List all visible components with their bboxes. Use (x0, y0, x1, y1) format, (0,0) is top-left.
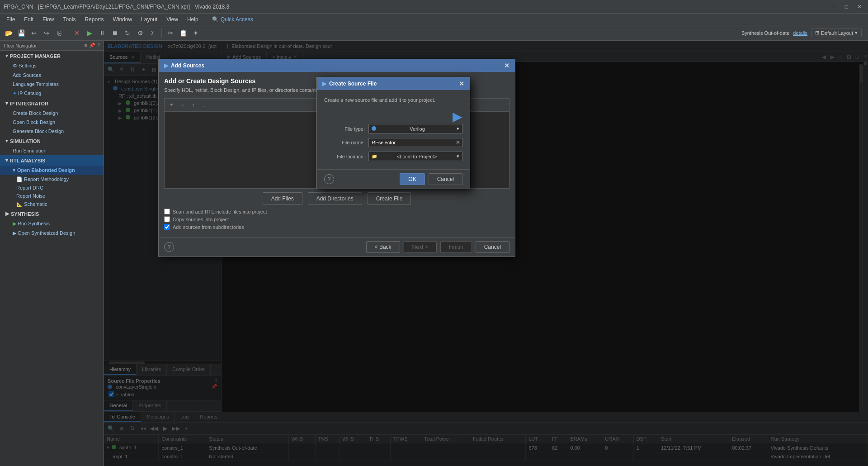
section-rtl-analysis: ▾ RTL ANALYSIS ▾Open Elaborated Design 📄… (0, 155, 104, 209)
content-area: ELABORATED DESIGN - xc7z020clg400-2 (act… (104, 41, 868, 466)
nav-open-block-design[interactable]: Open Block Design (0, 118, 104, 127)
nav-run-simulation[interactable]: Run Simulation (0, 146, 104, 155)
file-type-select[interactable]: Verilog ▾ (368, 124, 462, 133)
menu-help[interactable]: Help (183, 15, 203, 24)
add-sources-options: Scan and add RTL include files into proj… (164, 209, 509, 230)
nav-settings[interactable]: ⚙ Settings (0, 61, 104, 71)
section-project-manager-title[interactable]: ▾ PROJECT MANAGER (0, 51, 104, 61)
tb-run[interactable]: ▶ (84, 27, 95, 39)
tb-star[interactable]: ✦ (190, 27, 202, 39)
copy-sources-label: Copy sources into project (173, 217, 229, 222)
nav-open-synthesized-design[interactable]: ▶ Open Synthesized Design (0, 228, 104, 238)
flow-nav-pin[interactable]: 📌 (89, 43, 95, 48)
file-type-label: File type: (324, 126, 365, 132)
tb-sigma[interactable]: Σ (147, 27, 159, 39)
section-project-manager: ▾ PROJECT MANAGER ⚙ Settings Add Sources… (0, 51, 104, 98)
tb-separator-2 (161, 29, 162, 38)
layout-label: Default Layout (821, 30, 853, 36)
nav-run-synthesis[interactable]: ▶ Run Synthesis (0, 219, 104, 228)
run-icon: ▶ (13, 221, 16, 226)
close-button[interactable]: ✕ (854, 3, 864, 11)
menu-reports[interactable]: Reports (80, 15, 108, 24)
schematic-icon: 📐 (16, 201, 23, 207)
tb-paste[interactable]: 📋 (177, 27, 189, 39)
tb-cut[interactable]: ✂ (165, 27, 176, 39)
clear-filename-icon[interactable]: ✕ (454, 139, 462, 146)
section-simulation-title[interactable]: ▾ SIMULATION (0, 136, 104, 146)
nav-report-drc[interactable]: Report DRC (0, 184, 104, 192)
move-up-btn[interactable]: ↑ (188, 100, 198, 110)
maximize-button[interactable]: □ (842, 3, 851, 11)
file-location-label: File location: (324, 154, 365, 159)
section-synthesis-title[interactable]: ▶ SYNTHESIS (0, 209, 104, 219)
ok-button[interactable]: OK (400, 173, 425, 185)
menu-flow[interactable]: Flow (38, 15, 58, 24)
cancel-button-create-source[interactable]: Cancel (429, 173, 462, 185)
nav-ip-catalog[interactable]: ✦ IP Catalog (0, 89, 104, 98)
location-icon: 📁 (372, 154, 377, 159)
minimize-button[interactable]: — (828, 3, 839, 11)
menu-view[interactable]: View (162, 15, 183, 24)
add-subdirs-checkbox[interactable] (164, 224, 170, 230)
add-file-btn[interactable]: + (166, 100, 176, 110)
create-source-dialog: ▶ Create Source File ✕ Create a new sour… (316, 77, 470, 189)
tb-undo[interactable]: ↩ (28, 27, 40, 39)
create-source-footer-buttons: OK Cancel (400, 173, 462, 185)
nav-schematic[interactable]: 📐 Schematic (0, 200, 104, 209)
help-circle-create-source[interactable]: ? (324, 174, 334, 184)
remove-file-btn[interactable]: − (177, 100, 187, 110)
chevron-down-icon: ▾ (5, 138, 8, 144)
section-ip-integrator-title[interactable]: ▾ IP INTEGRATOR (0, 98, 104, 109)
section-rtl-analysis-title[interactable]: ▾ RTL ANALYSIS (0, 155, 104, 166)
help-circle-add-sources[interactable]: ? (164, 242, 174, 252)
option-copy-sources: Copy sources into project (164, 216, 509, 222)
add-files-button[interactable]: Add Files (263, 192, 302, 205)
nav-report-methodology[interactable]: 📄 Report Methodology (0, 175, 104, 184)
synth-details-link[interactable]: details (793, 30, 807, 36)
chevron-down-location-icon: ▾ (457, 153, 459, 159)
finish-button: Finish (440, 241, 472, 253)
add-directories-button[interactable]: Add Directories (308, 192, 362, 205)
copy-sources-checkbox[interactable] (164, 216, 170, 222)
flow-nav-collapse[interactable]: ≡ (84, 43, 87, 48)
menu-tools[interactable]: Tools (58, 15, 80, 24)
nav-open-elaborated-design[interactable]: ▾Open Elaborated Design (0, 166, 104, 175)
file-location-value: <Local to Project> (397, 154, 437, 159)
nav-report-noise[interactable]: Report Noise (0, 192, 104, 200)
section-simulation: ▾ SIMULATION Run Simulation (0, 136, 104, 155)
add-sources-dialog-header: ▶ Add Sources ✕ (159, 59, 515, 72)
tb-settings[interactable]: ⚙ (134, 27, 146, 39)
tb-redo[interactable]: ↪ (41, 27, 52, 39)
create-source-close-icon[interactable]: ✕ (459, 80, 464, 87)
tb-copy[interactable]: ⎘ (53, 27, 65, 39)
create-source-header: ▶ Create Source File ✕ (317, 77, 470, 90)
tb-open[interactable]: 📂 (3, 27, 14, 39)
tb-delete[interactable]: ✕ (71, 27, 83, 39)
layout-dropdown[interactable]: ⊞ Default Layout ▾ (811, 29, 862, 37)
menu-edit[interactable]: Edit (19, 15, 38, 24)
tb-stop[interactable]: ⏹ (109, 27, 121, 39)
nav-language-templates[interactable]: Language Templates (0, 80, 104, 89)
flow-nav-help[interactable]: ? (97, 43, 100, 48)
quick-access[interactable]: 🔍 Quick Access (212, 16, 253, 23)
quick-access-label: Quick Access (221, 16, 253, 23)
move-down-btn[interactable]: ↓ (199, 100, 209, 110)
tb-step[interactable]: ⏸ (96, 27, 108, 39)
file-name-input[interactable] (369, 138, 454, 147)
chevron-down-icon: ▾ (5, 157, 8, 163)
tb-refresh[interactable]: ↻ (122, 27, 133, 39)
scan-rtl-checkbox[interactable] (164, 209, 170, 214)
menu-window[interactable]: Window (108, 15, 137, 24)
menu-layout[interactable]: Layout (137, 15, 162, 24)
add-sources-close-icon[interactable]: ✕ (504, 62, 509, 69)
create-file-button[interactable]: Create File (368, 192, 411, 205)
back-button[interactable]: < Back (366, 241, 400, 253)
nav-add-sources[interactable]: Add Sources (0, 71, 104, 80)
tb-save[interactable]: 💾 (15, 27, 27, 39)
nav-generate-block-design[interactable]: Generate Block Design (0, 127, 104, 136)
menu-file[interactable]: File (2, 15, 19, 24)
file-location-select[interactable]: 📁 <Local to Project> ▾ (368, 152, 462, 161)
cancel-button-add-sources[interactable]: Cancel (476, 241, 509, 253)
next-button: Next > (404, 241, 437, 253)
nav-create-block-design[interactable]: Create Block Design (0, 109, 104, 118)
